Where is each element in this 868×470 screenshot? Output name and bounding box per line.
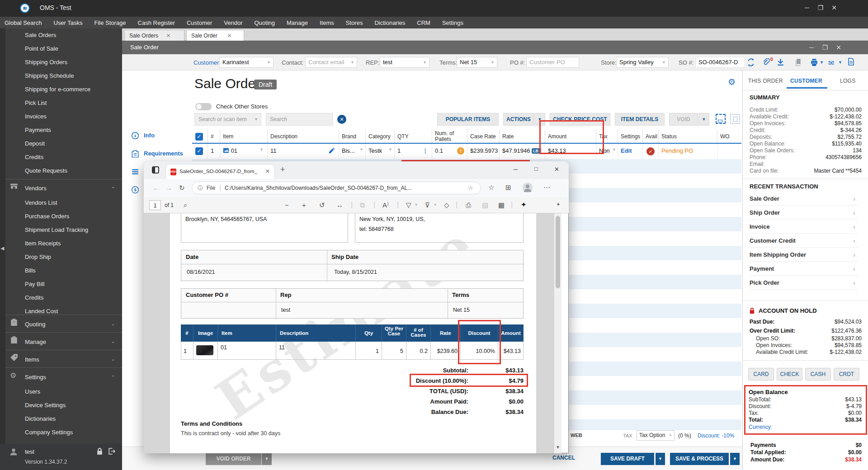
close-icon[interactable]: ✕: [832, 44, 845, 51]
cell-description[interactable]: 11: [268, 144, 339, 159]
sidebar-item-drop-ship[interactable]: Drop Ship: [25, 250, 51, 264]
menu-manage[interactable]: Manage: [287, 19, 308, 26]
recent-pick-order[interactable]: Pick Order›: [750, 276, 858, 290]
sidebar-item-shipping-schedule[interactable]: Shipping Schedule: [25, 69, 74, 83]
fit-width-icon[interactable]: ↔: [336, 201, 343, 209]
close-icon[interactable]: ✕: [265, 168, 270, 174]
menu-dictionaries[interactable]: Dictionaries: [374, 19, 405, 26]
minimize-icon[interactable]: ─: [805, 44, 818, 51]
void-order-dropdown-icon[interactable]: ▼: [262, 453, 272, 465]
sidebar-item-device-settings[interactable]: Device Settings: [25, 399, 66, 412]
pdf-scrollbar[interactable]: ▼: [554, 213, 561, 453]
sidebar-item-shipping-orders[interactable]: Shipping Orders: [25, 56, 67, 69]
erase-icon[interactable]: ◇: [444, 201, 449, 209]
sidebar-item-shipment-load-tracking[interactable]: Shipment Load Tracking: [25, 223, 88, 237]
page-info-icon[interactable]: ⓘ: [198, 184, 203, 192]
actions-button[interactable]: ACTIONS: [503, 113, 534, 126]
check-button[interactable]: CHECK: [777, 368, 802, 381]
sidebar-item-shipping-ecommerce[interactable]: Shipping for e-commerce: [25, 83, 90, 96]
email-icon[interactable]: ✉: [828, 59, 834, 67]
menu-customer[interactable]: Customer: [187, 19, 212, 26]
search-input[interactable]: Search: [266, 113, 333, 126]
store-select[interactable]: Spring Valley▼: [616, 57, 669, 68]
sidebar-item-quote-requests[interactable]: Quote Requests: [25, 164, 67, 178]
panel-tab-logs[interactable]: LOGS: [840, 78, 856, 84]
download-icon[interactable]: [777, 58, 784, 66]
recent-customer-credit[interactable]: Customer Credit›: [750, 234, 858, 248]
void-dropdown-icon[interactable]: ▼: [698, 113, 709, 126]
rep-select[interactable]: test▼: [380, 57, 429, 68]
card-button[interactable]: CARD: [748, 368, 774, 381]
read-aloud-icon[interactable]: A⁾: [382, 201, 389, 209]
row-checkbox[interactable]: ✓: [195, 147, 203, 155]
menu-settings[interactable]: Settings: [442, 19, 463, 26]
menu-stores[interactable]: Stores: [346, 19, 363, 26]
check-other-stores-toggle[interactable]: [195, 103, 212, 110]
save-draft-button[interactable]: SAVE DRAFT: [601, 453, 654, 465]
bookmark-icon[interactable]: ☆: [468, 184, 473, 191]
page-number-input[interactable]: 1: [149, 200, 161, 210]
save-draft-dropdown-icon[interactable]: ▼: [655, 453, 665, 465]
maximize-icon[interactable]: ❐: [814, 4, 827, 11]
sidebar-collapse-icon[interactable]: ◀: [0, 245, 4, 251]
recent-item-shipping-order[interactable]: Item Shipping Order›: [750, 248, 858, 262]
lock-icon[interactable]: [96, 447, 104, 455]
col-settings[interactable]: Settings: [618, 130, 643, 144]
sidebar-item-landed-cost[interactable]: Landed Cost: [25, 305, 58, 318]
tab-sale-order[interactable]: Sale Order ✕: [186, 30, 244, 41]
recent-invoice[interactable]: Invoice›: [750, 220, 858, 234]
draw-icon[interactable]: ▽: [406, 201, 411, 209]
close-icon[interactable]: ✕: [827, 4, 841, 11]
browser-tab[interactable]: PDF SaleOrder_SO-0046267-D_from_ ✕: [165, 164, 275, 179]
sidebar-section-quoting[interactable]: Quoting: [25, 318, 46, 331]
highlight-icon[interactable]: ⊽: [425, 201, 430, 209]
popular-items-button[interactable]: POPULAR ITEMS: [437, 113, 499, 126]
sidebar-section-manage[interactable]: Manage: [25, 335, 46, 349]
recent-sale-order[interactable]: Sale Order›: [750, 192, 858, 206]
nav-item-info[interactable]: Info: [127, 127, 190, 145]
col-qty[interactable]: QTY: [395, 130, 432, 144]
menu-cash-register[interactable]: Cash Register: [138, 19, 175, 26]
cell-qty[interactable]: 1⋮: [395, 144, 432, 159]
contact-select[interactable]: Contact email▼: [305, 57, 357, 68]
col-avail[interactable]: Avail: [643, 130, 659, 144]
new-tab-icon[interactable]: +: [280, 165, 285, 174]
sidebar-item-bills[interactable]: Bills: [25, 264, 36, 277]
sidebar-item-users[interactable]: Users: [25, 385, 40, 399]
col-status[interactable]: Status: [659, 130, 717, 144]
col-description[interactable]: Description: [268, 130, 339, 144]
sidebar-item-payments[interactable]: Payments: [25, 123, 51, 137]
tax-option-select[interactable]: Tax Option▼: [637, 430, 675, 441]
attachment-icon[interactable]: [762, 58, 770, 66]
cell-category[interactable]: Testk▼: [366, 144, 395, 159]
close-icon[interactable]: ✕: [166, 33, 170, 39]
menu-items[interactable]: Items: [320, 19, 334, 26]
sidebar-item-dictionaries[interactable]: Dictionaries: [25, 412, 56, 426]
qty-menu-icon[interactable]: ⋮: [422, 147, 428, 154]
pin-toolbar-icon[interactable]: ✦: [521, 201, 527, 209]
profile-avatar[interactable]: [523, 183, 533, 193]
menu-file-storage[interactable]: File Storage: [94, 19, 126, 26]
sidebar-section-items[interactable]: Items: [25, 353, 39, 367]
sidebar-item-vendors-list[interactable]: Vendors List: [25, 196, 57, 210]
sidebar-item-purchase-orders[interactable]: Purchase Orders: [25, 210, 69, 223]
edit-pencil-icon[interactable]: [328, 147, 335, 154]
chevron-down-icon[interactable]: ⌄: [111, 357, 118, 362]
rotate-icon[interactable]: ↺: [319, 201, 325, 209]
favorites-icon[interactable]: ☆: [488, 183, 494, 192]
sync-icon[interactable]: [747, 58, 755, 66]
availability-icon[interactable]: ✓: [646, 147, 655, 155]
col-num[interactable]: #: [208, 130, 220, 144]
address-bar[interactable]: ⓘ File | C:/Users/Karina_Shchitova/Downl…: [192, 182, 481, 194]
scroll-down-icon[interactable]: ▼: [556, 445, 560, 450]
copy-icon[interactable]: [795, 58, 802, 66]
panel-tab-this-order[interactable]: THIS ORDER: [748, 78, 783, 84]
print-dropdown-icon[interactable]: ▼: [820, 60, 824, 65]
terms-select[interactable]: Net 15▼: [457, 57, 497, 68]
sidebar-item-credits[interactable]: Credits: [25, 150, 43, 164]
sidebar-item-pay-bill[interactable]: Pay Bill: [25, 277, 44, 291]
sidebar-item-vendor-credits[interactable]: Credits: [25, 291, 43, 305]
menu-global-search[interactable]: Global Search: [5, 19, 42, 26]
cash-button[interactable]: CASH: [805, 368, 831, 381]
col-pallets[interactable]: Num. of Pallets: [432, 130, 467, 144]
